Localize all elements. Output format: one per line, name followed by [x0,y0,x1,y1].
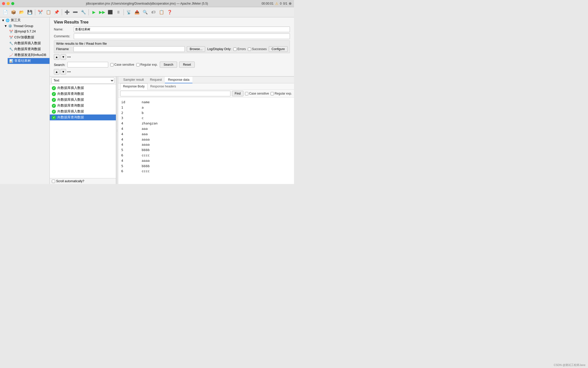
up-button[interactable]: ▲ [54,54,59,60]
browse-button[interactable]: Browse... [187,46,205,52]
find-case-sensitive-checkbox[interactable] [245,92,248,95]
regular-exp-checkbox[interactable] [136,63,140,66]
tab-sampler-result[interactable]: Sampler result [120,77,147,83]
window-controls[interactable] [2,2,14,5]
close-button[interactable] [2,2,5,5]
copy-button[interactable]: 📋 [45,9,52,16]
successes-checkbox[interactable] [248,48,251,51]
successes-checkbox-label[interactable]: Successes [248,47,267,51]
file-row: Filename Browse... Log/Display Only: Err… [56,46,288,52]
list-item-label-4: 向数据库插入数据 [57,109,84,114]
new-button[interactable]: 📄 [2,9,9,16]
sidebar-item-insert[interactable]: 🔧 向数据库插入数据 [8,40,50,46]
settings-button[interactable]: 🔧 [80,9,87,16]
errors-checkbox[interactable] [233,48,237,51]
start-no-pause-button[interactable]: ▶▶ [98,9,106,16]
more-options-top[interactable]: ••• [67,55,71,59]
tab-response-data[interactable]: Response data [165,77,192,83]
search-input[interactable] [67,62,108,67]
add-button[interactable]: ➕ [63,9,71,16]
sidebar-thread-group[interactable]: ▼ ⚙️ Thread Group [3,23,50,29]
cut-button[interactable]: ✂️ [36,9,44,16]
sidebar-item-influx[interactable]: 📈 将数据发送到InfluxDB [8,52,50,58]
list-item[interactable]: 向数据库查询数据 [50,91,116,97]
paste-button[interactable]: 📌 [53,9,60,16]
configure-button[interactable]: Configure [269,46,288,52]
log-viewer-button[interactable]: 🏷 [150,9,157,16]
case-sensitive-label[interactable]: Case sensitive [110,63,134,66]
more-options-mid[interactable]: ••• [67,70,71,74]
stop-button[interactable]: ⬛ [106,9,114,16]
item-icon-3: 🔧 [9,47,13,51]
sidebar: ▼ 🌐 第三天 ▼ ⚙️ Thread Group ✂️ 连mysql 5.7.… [0,17,50,184]
name-input[interactable] [74,27,290,32]
successes-label: Successes [252,47,267,51]
cell-name-0: a [142,105,291,110]
table-row: 1a [121,105,291,110]
remote-start-button[interactable]: 📡 [125,9,133,16]
list-item-selected[interactable]: 向数据库查询数据 [50,114,116,120]
find-button[interactable]: Find [232,91,243,96]
cell-name-7: aaaa [142,142,291,147]
templates-button[interactable]: 📦 [10,9,17,16]
cell-name-9: cccc [142,153,291,158]
scroll-auto-checkbox[interactable] [52,180,55,183]
up-button-2[interactable]: ▲ [54,69,59,75]
list-item[interactable]: 向数据库查询数据 [50,103,116,109]
find-regular-exp-label[interactable]: Regular exp. [271,92,292,95]
success-icon-4 [52,110,56,114]
status-bar: 00:00:01 ⚠ 0 0/1 [262,2,291,6]
reset-button[interactable]: Reset [179,62,195,68]
filename-input[interactable] [74,46,185,52]
minimize-button[interactable] [7,2,10,5]
case-sensitive-checkbox[interactable] [110,63,114,66]
find-case-sensitive-label[interactable]: Case sensitive [245,92,269,95]
start-button[interactable]: ▶ [90,9,98,16]
sub-tab-response-body[interactable]: Response Body [120,83,148,90]
find-regular-exp-checkbox[interactable] [271,92,274,95]
search-toolbar-button[interactable]: 🔍 [141,9,149,16]
format-dropdown[interactable]: Text HTML JSON XML [51,77,114,84]
errors-checkbox-label[interactable]: Errors [233,47,246,51]
log-display-label: Log/Display Only: [207,47,231,51]
scroll-auto-label: Scroll automatically? [56,179,84,183]
help-button[interactable]: ❓ [166,9,174,16]
regular-exp-text: Regular exp. [140,63,158,66]
list-item[interactable]: 向数据库插入数据 [50,85,116,91]
shutdown-button[interactable]: ⏸ [115,9,122,16]
result-panel: Sampler result Request Response data Res… [118,77,294,184]
open-button[interactable]: 📂 [18,9,26,16]
comments-input[interactable] [74,33,290,39]
thread-group-label: Thread Group [13,24,33,28]
expand-icon: ▼ [2,19,5,22]
sidebar-item-csv[interactable]: ✂️ CSV加载数据 [8,34,50,40]
sidebar-root[interactable]: ▼ 🌐 第三天 [0,17,50,23]
sidebar-item-query[interactable]: 🔧 向数据库查询数据 [8,46,50,52]
remote-stop-button[interactable]: 📤 [133,9,141,16]
find-input[interactable] [120,91,230,96]
drag-handle[interactable]: ⋮ [116,77,118,184]
comments-row: Comments: [54,33,290,39]
down-button-2[interactable]: ▼ [60,69,66,75]
search-button[interactable]: Search [160,62,177,68]
sub-tab-response-headers[interactable]: Response headers [148,83,179,89]
cell-id-1: 2 [121,110,142,116]
list-item[interactable]: 向数据库插入数据 [50,109,116,114]
tab-request[interactable]: Request [147,77,165,83]
window-title: jdbcoperation.jmx (/Users/xiongting/Down… [86,2,208,5]
save-button[interactable]: 💾 [26,9,34,16]
list-item-label-0: 向数据库插入数据 [57,86,84,90]
root-icon: 🌐 [6,18,10,22]
table-row: 5bbbb [121,164,291,169]
maximize-button[interactable] [11,2,14,5]
remove-button[interactable]: ➖ [71,9,79,16]
sidebar-item-mysql[interactable]: ✂️ 连mysql 5.7.24 [8,29,50,34]
list-item[interactable]: 向数据库插入数据 [50,97,116,103]
list-item-label-3: 向数据库查询数据 [57,103,84,108]
separator-3 [89,9,89,15]
regular-exp-label[interactable]: Regular exp. [136,63,158,66]
down-button[interactable]: ▼ [60,54,66,60]
sidebar-item-results[interactable]: 📊 查看结果树 [8,58,50,64]
thread-group-icon: ⚙️ [8,24,12,28]
function-helper-button[interactable]: 📋 [158,9,165,16]
